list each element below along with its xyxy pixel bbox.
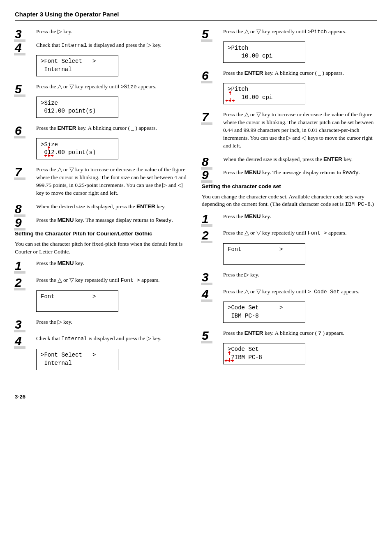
- lcd-font-select2: >Font Select > Internal: [36, 349, 118, 370]
- step-number: 4: [15, 332, 22, 350]
- step-6: 6 Press the ENTER key. A blinking cursor…: [15, 124, 190, 132]
- step-b3: 3 Press the ▷ key.: [202, 271, 377, 279]
- step-number: 4: [15, 39, 22, 56]
- step-b1: 1 Press the MENU key.: [202, 213, 377, 221]
- step-number: 1: [15, 257, 22, 274]
- step-text: When the desired size is displayed, pres…: [36, 203, 190, 211]
- step-text: Check that Internal is displayed and pre…: [36, 41, 190, 49]
- step-text: Press the △ or ▽ key repeatedly until > …: [223, 288, 377, 296]
- step-text: Press the ▷ key.: [223, 271, 377, 279]
- step-a3: 3 Press the ▷ key.: [15, 318, 190, 326]
- step-a4: 4 Check that Internal is displayed and p…: [15, 335, 190, 343]
- step-text: Press the △ or ▽ key repeatedly until >P…: [223, 28, 377, 36]
- cursor-arrows-icon: [225, 91, 235, 102]
- step-b5: 5 Press the ENTER key. A blinking cursor…: [202, 329, 377, 337]
- lcd-font-select: >Font Select > Internal: [36, 55, 118, 76]
- lcd-size: >Size 012.00 point(s): [36, 97, 118, 118]
- chapter-title: Chapter 3 Using the Operator Panel: [15, 10, 377, 18]
- step-text: Press the △ or ▽ key repeatedly until >S…: [36, 83, 190, 91]
- step-text: Press the MENU key.: [223, 213, 377, 221]
- step-number: 6: [15, 122, 22, 139]
- step-r7: 7 Press the △ or ▽ key to increase or de…: [202, 111, 377, 150]
- step-text: When the desired size is displayed, pres…: [223, 156, 377, 164]
- chapter-rule: [15, 20, 377, 21]
- page-number: 3-26: [15, 393, 377, 401]
- step-text: Press the ▷ key.: [36, 28, 190, 36]
- step-text: Press the MENU key. The message display …: [36, 216, 190, 224]
- step-number: 4: [202, 286, 209, 303]
- step-a2: 2 Press the △ or ▽ key repeatedly until …: [15, 276, 190, 284]
- step-text: Press the ENTER key. A blinking cursor (…: [223, 69, 377, 77]
- step-8: 8 When the desired size is displayed, pr…: [15, 203, 190, 211]
- step-number: 2: [15, 274, 22, 291]
- section-heading-pitch: Setting the Character Pitch for Courier/…: [15, 230, 190, 238]
- left-column: 3 Press the ▷ key. 4 Check that Internal…: [15, 28, 190, 377]
- cursor-arrows-icon: [44, 146, 54, 157]
- step-number: 9: [15, 214, 22, 231]
- step-a1: 1 Press the MENU key.: [15, 260, 190, 267]
- section-intro: You can change the character code set. A…: [202, 193, 377, 209]
- step-3: 3 Press the ▷ key.: [15, 28, 190, 36]
- step-text: Press the △ or ▽ key repeatedly until Fo…: [223, 229, 377, 237]
- lcd-codeset-cursor: >Code Set ?IBM PC-8: [223, 343, 305, 364]
- step-text: Press the ▷ key.: [36, 318, 190, 326]
- step-number: 2: [202, 227, 209, 244]
- step-text: Check that Internal is displayed and pre…: [36, 335, 190, 343]
- right-column: 5 Press the △ or ▽ key repeatedly until …: [202, 28, 377, 377]
- lcd-pitch-cursor: >Pitch 10.00 cpi: [223, 83, 305, 104]
- step-9: 9 Press the MENU key. The message displa…: [15, 216, 190, 224]
- step-5: 5 Press the △ or ▽ key repeatedly until …: [15, 83, 190, 91]
- step-b2: 2 Press the △ or ▽ key repeatedly until …: [202, 229, 377, 237]
- step-r9: 9 Press the MENU key. The message displa…: [202, 169, 377, 177]
- lcd-codeset: >Code Set > IBM PC-8: [223, 302, 305, 323]
- section-heading-codeset: Setting the character code set: [202, 183, 377, 191]
- step-number: 5: [202, 327, 209, 344]
- lcd-size-cursor: >Size 012.00 point(s): [36, 138, 118, 159]
- step-text: Press the △ or ▽ key repeatedly until Fo…: [36, 276, 190, 284]
- lcd-font-b: Font >: [223, 243, 305, 265]
- step-number: 7: [202, 108, 209, 126]
- step-text: Press the ENTER key. A blinking cursor (…: [223, 329, 377, 337]
- step-r6: 6 Press the ENTER key. A blinking cursor…: [202, 69, 377, 77]
- step-number: 9: [202, 166, 209, 184]
- step-text: Press the △ or ▽ key to increase or decr…: [223, 111, 377, 150]
- lcd-pitch: >Pitch 10.00 cpi: [223, 41, 305, 63]
- step-4: 4 Check that Internal is displayed and p…: [15, 41, 190, 49]
- step-r5: 5 Press the △ or ▽ key repeatedly until …: [202, 28, 377, 36]
- step-r8: 8 When the desired size is displayed, pr…: [202, 156, 377, 164]
- cursor-arrows-icon: [224, 351, 234, 362]
- step-text: Press the △ or ▽ key to increase or decr…: [36, 166, 190, 197]
- step-number: 3: [202, 269, 209, 286]
- step-7: 7 Press the △ or ▽ key to increase or de…: [15, 166, 190, 197]
- step-number: 5: [15, 81, 22, 98]
- step-text: Press the MENU key. The message display …: [223, 169, 377, 177]
- lcd-font: Font >: [36, 290, 118, 312]
- step-number: 7: [15, 164, 22, 181]
- step-number: 6: [202, 67, 209, 84]
- step-text: Press the MENU key.: [36, 260, 190, 267]
- section-intro: You can set the character pitch for fixe…: [15, 240, 190, 256]
- step-b4: 4 Press the △ or ▽ key repeatedly until …: [202, 288, 377, 296]
- step-number: 1: [202, 210, 209, 228]
- step-text: Press the ENTER key. A blinking cursor (…: [36, 124, 190, 132]
- step-number: 5: [202, 25, 209, 43]
- step-number: 3: [15, 316, 22, 333]
